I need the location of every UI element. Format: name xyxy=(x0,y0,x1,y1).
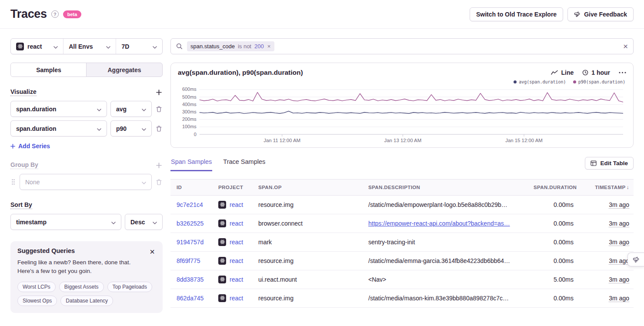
delete-series-icon[interactable] xyxy=(155,125,163,133)
table-row[interactable]: 9c7e21c4reactresource.img/static/media/e… xyxy=(170,195,634,214)
mode-tabs: Samples Aggregates xyxy=(10,63,163,77)
table-row[interactable]: 862da745reactresource.img/static/media/m… xyxy=(170,289,634,307)
svg-text:600ms: 600ms xyxy=(182,86,197,92)
react-project-icon xyxy=(218,238,226,246)
sort-direction-select[interactable]: Desc xyxy=(125,214,163,230)
chevron-down-icon xyxy=(97,125,101,132)
delete-group-by-icon[interactable] xyxy=(155,178,163,186)
project-link[interactable]: react xyxy=(230,239,243,246)
span-id-link[interactable]: b3262525 xyxy=(177,220,204,227)
suggested-query-chips: Worst LCPsBiggest AssetsTop PageloadsSlo… xyxy=(17,282,156,306)
results-bar: Span Samples Trace Samples Edit Table xyxy=(170,156,634,171)
search-filter-token[interactable]: span.status_code is not 200 × xyxy=(187,41,274,51)
span-description-text: <Nav> xyxy=(368,276,386,283)
span-id-link[interactable]: 9194757d xyxy=(177,239,204,246)
tab-trace-samples[interactable]: Trace Samples xyxy=(223,156,266,171)
react-project-icon xyxy=(16,43,24,50)
suggested-query-chip[interactable]: Top Pageloads xyxy=(107,282,152,292)
visualize-label: Visualize xyxy=(10,88,37,96)
timestamp-value[interactable]: 3m ago xyxy=(609,295,629,302)
give-feedback-button[interactable]: Give Feedback xyxy=(567,7,634,21)
environment-filter[interactable]: All Envs xyxy=(63,39,116,54)
sort-by-row: timestamp Desc xyxy=(10,214,163,230)
close-suggested-icon[interactable]: × xyxy=(149,247,156,256)
sort-field-select[interactable]: timestamp xyxy=(10,214,121,230)
timestamp-value[interactable]: 3m ago xyxy=(609,201,629,209)
remove-token-icon[interactable]: × xyxy=(267,43,271,49)
span-description-link[interactable]: https://empower-react-api.com/about?back… xyxy=(368,220,510,227)
legend-item-p90[interactable]: p90(span.duration) xyxy=(573,80,625,84)
timestamp-value[interactable]: 3m ago xyxy=(609,239,629,246)
series-aggregate-select[interactable]: avg xyxy=(110,101,152,117)
timestamp-value[interactable]: 3m ago xyxy=(609,257,629,265)
column-header-timestamp[interactable]: TIMESTAMP↓ xyxy=(578,179,634,195)
span-duration-cell: 0.00ms xyxy=(529,251,578,270)
table-row[interactable]: 8dd38735reactui.react.mount<Nav>5.00ms3m… xyxy=(170,270,634,289)
project-link[interactable]: react xyxy=(230,220,243,227)
span-id-link[interactable]: 8dd38735 xyxy=(177,276,204,283)
clock-icon xyxy=(582,70,588,76)
chart-panel: avg(span.duration), p90(span.duration) L… xyxy=(170,63,634,148)
series-field-value: span.duration xyxy=(16,106,57,113)
edit-table-button[interactable]: Edit Table xyxy=(585,157,634,170)
project-cell-content: react xyxy=(218,257,250,265)
series-field-select[interactable]: span.duration xyxy=(10,120,107,136)
megaphone-icon xyxy=(574,11,581,17)
legend-item-avg[interactable]: avg(span.duration) xyxy=(514,80,566,84)
span-description-cell: https://empower-react-api.com/about?back… xyxy=(364,214,529,233)
add-group-by-button[interactable] xyxy=(155,162,163,169)
timestamp-value[interactable]: 3m ago xyxy=(609,220,629,227)
chart-menu-button[interactable] xyxy=(619,72,626,73)
chevron-down-icon xyxy=(153,43,157,50)
token-operator[interactable]: is not xyxy=(238,43,251,50)
span-id-link[interactable]: 8f69f775 xyxy=(177,257,200,264)
column-header-id[interactable]: ID xyxy=(170,179,214,195)
suggested-query-chip[interactable]: Worst LCPs xyxy=(17,282,56,292)
clear-search-icon[interactable]: × xyxy=(623,42,628,50)
add-series-button[interactable]: Add Series xyxy=(10,143,50,150)
tab-samples[interactable]: Samples xyxy=(11,63,87,77)
chart-title: avg(span.duration), p90(span.duration) xyxy=(178,69,303,77)
group-by-select[interactable]: None xyxy=(20,174,152,190)
tab-span-samples[interactable]: Span Samples xyxy=(170,156,212,171)
feedback-widget-button[interactable] xyxy=(627,253,644,266)
table-row[interactable]: 8f69f775reactresource.img/static/media/e… xyxy=(170,251,634,270)
project-cell-content: react xyxy=(218,294,250,302)
search-bar[interactable]: span.status_code is not 200 × × xyxy=(170,38,634,54)
suggested-query-chip[interactable]: Biggest Assets xyxy=(59,282,104,292)
table-row[interactable]: b3262525reactbrowser.connecthttps://empo… xyxy=(170,214,634,233)
series-aggregate-select[interactable]: p90 xyxy=(110,120,152,136)
help-icon[interactable]: ? xyxy=(51,10,59,18)
timestamp-value[interactable]: 3m ago xyxy=(609,276,629,283)
interval-button[interactable]: 1 hour xyxy=(582,69,610,76)
date-range-filter[interactable]: 7D xyxy=(116,39,162,54)
suggested-query-chip[interactable]: Slowest Ops xyxy=(17,296,57,306)
token-value[interactable]: 200 xyxy=(254,43,264,50)
project-link[interactable]: react xyxy=(230,276,243,283)
project-filter[interactable]: react xyxy=(11,39,63,54)
delete-series-icon[interactable] xyxy=(155,105,163,113)
chart-type-button[interactable]: Line xyxy=(551,69,574,76)
column-header-span-op[interactable]: SPAN.OP xyxy=(254,179,364,195)
drag-handle-icon[interactable] xyxy=(10,179,16,185)
add-visualize-button[interactable] xyxy=(155,89,163,96)
line-chart[interactable]: 600ms500ms400ms300ms200ms100ms0Jan 11 12… xyxy=(178,86,626,144)
series-field-select[interactable]: span.duration xyxy=(10,101,107,117)
span-id-link[interactable]: 9c7e21c4 xyxy=(177,201,203,208)
plus-icon xyxy=(10,144,15,149)
tab-aggregates[interactable]: Aggregates xyxy=(87,63,162,77)
project-link[interactable]: react xyxy=(230,257,243,264)
column-header-project[interactable]: PROJECT xyxy=(214,179,254,195)
span-description-text: /static/media/empowerplant-logo.b5e8a88c… xyxy=(368,201,507,208)
switch-old-trace-explore-button[interactable]: Switch to Old Trace Explore xyxy=(470,7,563,21)
id-cell: 9194757d xyxy=(170,233,214,251)
column-header-span-description[interactable]: SPAN.DESCRIPTION xyxy=(364,179,529,195)
table-row[interactable]: 9194757dreactmarksentry-tracing-init0.00… xyxy=(170,233,634,251)
project-link[interactable]: react xyxy=(230,201,243,208)
id-cell: 9c7e21c4 xyxy=(170,195,214,214)
span-id-link[interactable]: 862da745 xyxy=(177,295,204,302)
column-header-span-duration[interactable]: SPAN.DURATION xyxy=(529,179,578,195)
suggested-query-chip[interactable]: Database Latency xyxy=(60,296,113,306)
project-link[interactable]: react xyxy=(230,295,243,302)
react-project-icon xyxy=(218,257,226,265)
